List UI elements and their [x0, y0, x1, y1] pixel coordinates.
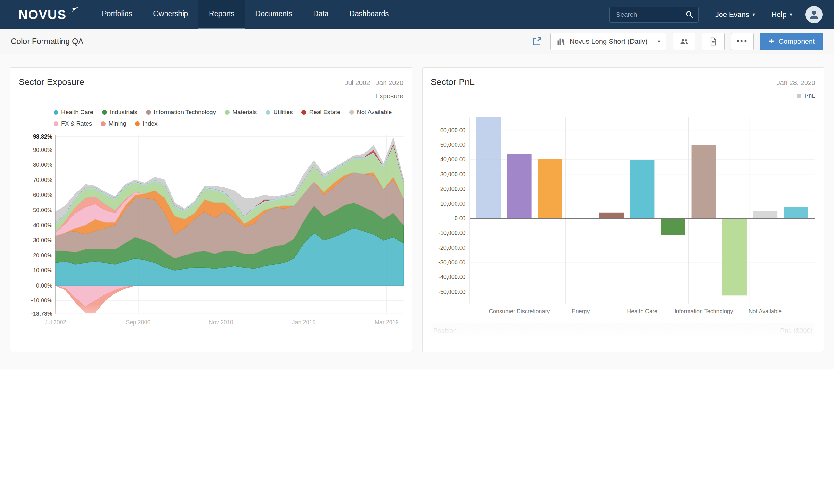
card-date-range: Jul 2002 - Jan 2020	[345, 79, 403, 87]
caret-down-icon: ▾	[652, 33, 666, 50]
more-options-button[interactable]: •••	[731, 33, 754, 50]
svg-text:-20,000.00: -20,000.00	[438, 245, 465, 251]
help-menu[interactable]: Help ▾	[763, 10, 800, 19]
avatar[interactable]	[806, 6, 822, 23]
nav-item-data[interactable]: Data	[303, 0, 339, 29]
nav-menu: PortfoliosOwnershipReportsDocumentsDataD…	[91, 0, 399, 29]
nav-right: Joe Evans ▾ Help ▾	[609, 0, 834, 29]
position-cell: Communication Services	[431, 338, 679, 352]
date-column-header: 11/30/2002	[338, 334, 403, 350]
legend-item[interactable]: Health Care	[53, 107, 93, 117]
user-name: Joe Evans	[715, 10, 749, 19]
legend-dot	[135, 122, 140, 126]
svg-text:Energy: Energy	[572, 308, 590, 314]
svg-text:10.00%: 10.00%	[33, 267, 52, 273]
svg-text:-50,000.00: -50,000.00	[438, 289, 465, 295]
legend-dot	[266, 110, 270, 115]
svg-text:Nov 2010: Nov 2010	[209, 319, 233, 326]
external-link-icon	[532, 37, 542, 47]
novus-logo[interactable]: NOVUS	[0, 0, 91, 29]
svg-text:30,000.00: 30,000.00	[440, 171, 465, 177]
caret-down-icon: ▾	[752, 12, 755, 17]
toolbar-controls: Novus Long Short (Daily) ▾ ••• + Com	[530, 33, 823, 50]
legend-item[interactable]: Industrials	[102, 107, 137, 117]
date-column-header: 08/31/2002	[142, 334, 207, 350]
exposure-area-chart[interactable]: Jul 2002Sep 2006Nov 2010Jan 2015Mar 2019…	[19, 133, 403, 327]
page-title: Color Formatting QA	[11, 37, 83, 46]
pnl-table: PositionPnL ($000) Communication Service…	[431, 323, 816, 352]
legend-label: PnL	[805, 92, 815, 99]
nav-item-dashboards[interactable]: Dashboards	[339, 0, 399, 29]
add-component-button[interactable]: + Component	[760, 33, 823, 50]
legend-label: Utilities	[273, 107, 292, 117]
legend-item[interactable]: Materials	[225, 107, 257, 117]
legend-label: Mining	[108, 119, 126, 128]
svg-text:50,000.00: 50,000.00	[440, 142, 465, 148]
axis-caption: Exposure	[19, 92, 403, 100]
value-cell: -	[142, 350, 207, 352]
table-row[interactable]: Utilities--0.170.160.21	[19, 350, 403, 352]
legend-dot	[101, 122, 106, 126]
legend-dot	[53, 122, 58, 126]
exposure-table: Position▾07/31/200208/31/200209/30/20021…	[19, 334, 403, 352]
svg-text:0.00%: 0.00%	[36, 282, 52, 289]
caret-down-icon: ▾	[47, 339, 50, 345]
legend-dot	[302, 110, 306, 115]
report-canvas: Sector Exposure Jul 2002 - Jan 2020 Expo…	[0, 54, 834, 369]
pnl-legend[interactable]: PnL	[431, 92, 816, 99]
svg-text:98.82%: 98.82%	[33, 133, 52, 140]
help-label: Help	[772, 10, 787, 19]
share-users-button[interactable]	[673, 33, 696, 50]
library-icon	[556, 37, 565, 46]
caret-down-icon: ▾	[790, 12, 792, 17]
legend-label: Industrials	[110, 107, 137, 117]
pnl-column-header: PnL ($000)	[679, 323, 815, 339]
svg-text:-10.00%: -10.00%	[31, 297, 52, 304]
value-cell: 0.21	[338, 350, 403, 352]
value-cell: 0.16	[273, 350, 338, 352]
nav-item-reports[interactable]: Reports	[198, 0, 245, 29]
nav-item-ownership[interactable]: Ownership	[142, 0, 198, 29]
legend-dot	[796, 93, 802, 98]
card-title: Sector Exposure	[19, 77, 84, 87]
search-box	[609, 7, 699, 22]
sector-exposure-card: Sector Exposure Jul 2002 - Jan 2020 Expo…	[10, 67, 412, 352]
svg-text:Mar 2019: Mar 2019	[375, 319, 399, 326]
card-date: Jan 28, 2020	[777, 79, 815, 87]
legend-dot	[225, 110, 229, 115]
position-column-header[interactable]: Position▾	[19, 334, 76, 350]
legend-item[interactable]: Mining	[101, 119, 126, 128]
legend-item[interactable]: Utilities	[266, 107, 292, 117]
nav-item-documents[interactable]: Documents	[245, 0, 303, 29]
value-cell: 0.17	[207, 350, 273, 352]
svg-text:Not Available: Not Available	[748, 308, 782, 314]
legend-item[interactable]: Information Technology	[146, 107, 216, 117]
legend-item[interactable]: FX & Rates	[53, 119, 92, 128]
svg-text:60,000.00: 60,000.00	[440, 127, 465, 133]
legend-dot	[349, 110, 354, 115]
svg-text:Jan 2015: Jan 2015	[292, 319, 316, 326]
search-input[interactable]	[615, 10, 685, 19]
legend-item[interactable]: Index	[135, 119, 157, 128]
search-icon[interactable]	[685, 10, 694, 19]
nav-item-portfolios[interactable]: Portfolios	[91, 0, 142, 29]
svg-text:80.00%: 80.00%	[33, 162, 52, 168]
legend-item[interactable]: Real Estate	[302, 107, 340, 117]
user-menu[interactable]: Joe Evans ▾	[707, 10, 763, 19]
logo-text: NOVUS	[18, 7, 67, 22]
position-column-header[interactable]: Position	[431, 323, 679, 339]
people-icon	[680, 37, 688, 46]
portfolio-selector[interactable]: Novus Long Short (Daily) ▾	[550, 33, 666, 50]
legend-label: Index	[142, 119, 157, 128]
svg-text:10,000.00: 10,000.00	[440, 201, 465, 207]
table-row[interactable]: Communication Services69,770.09	[431, 338, 816, 352]
legend-label: FX & Rates	[61, 119, 92, 128]
svg-text:Information Technology: Information Technology	[674, 308, 733, 314]
svg-text:-10,000.00: -10,000.00	[438, 230, 465, 236]
legend-item[interactable]: Not Available	[349, 107, 392, 117]
open-external-button[interactable]	[530, 35, 544, 48]
svg-text:50.00%: 50.00%	[33, 207, 52, 213]
pnl-bar-chart[interactable]: 60,000.0050,000.0040,000.0030,000.0020,0…	[431, 116, 816, 316]
page-toolbar: Color Formatting QA Novus Long Short (Da…	[0, 29, 834, 54]
document-button[interactable]	[702, 33, 725, 50]
